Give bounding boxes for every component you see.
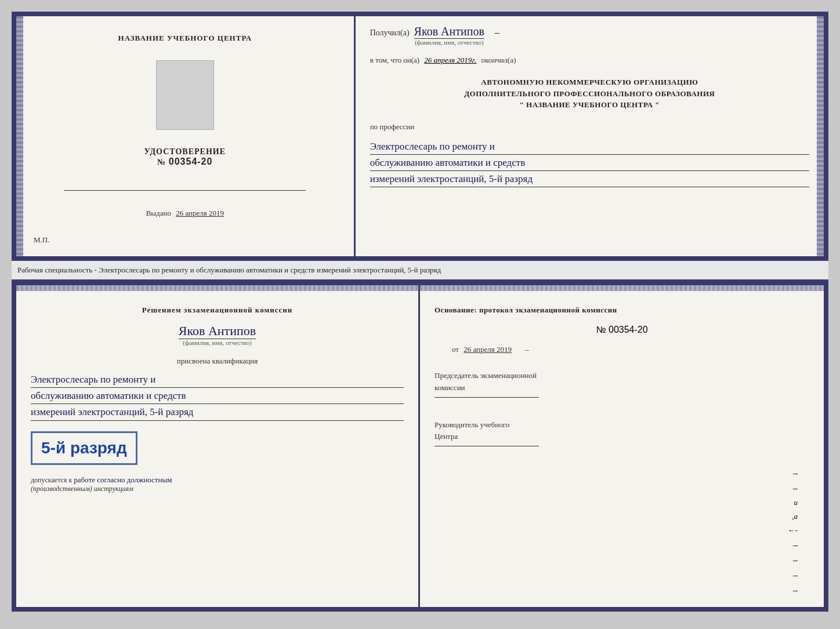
date-row: от 26 апреля 2019 – xyxy=(452,345,809,354)
received-row: Получил(а) Яков Антипов (фамилия, имя, о… xyxy=(370,25,809,46)
decision-line: Решением экзаменационной комиссии xyxy=(31,306,404,315)
issued-line: Выдано 26 апреля 2019 xyxy=(146,209,224,218)
bottom-document: Решением экзаменационной комиссии Яков А… xyxy=(12,281,828,612)
org-block: АВТОНОМНУЮ НЕКОММЕРЧЕСКУЮ ОРГАНИЗАЦИЮ ДО… xyxy=(370,77,809,111)
qual-line2: обслуживанию автоматики и средств xyxy=(31,388,404,404)
chairman-block: Председатель экзаменационной комиссии xyxy=(435,370,809,401)
specialty-text-bar: Рабочая специальность - Электрослесарь п… xyxy=(12,261,828,281)
right-decoration-strip xyxy=(817,16,824,256)
bottom-right-panel: Основание: протокол экзаменационной коми… xyxy=(420,285,824,607)
org-line3: " НАЗВАНИЕ УЧЕБНОГО ЦЕНТРА " xyxy=(370,99,809,111)
profession-block: Электрослесарь по ремонту и обслуживанию… xyxy=(370,139,809,188)
cert-number-prefix: № xyxy=(157,158,166,166)
photo-placeholder xyxy=(156,60,214,130)
received-label: Получил(а) xyxy=(370,28,410,38)
chairman-label: Председатель экзаменационной xyxy=(435,370,809,382)
top-right-panel: Получил(а) Яков Антипов (фамилия, имя, о… xyxy=(356,16,824,256)
top-left-panel: НАЗВАНИЕ УЧЕБНОГО ЦЕНТРА УДОСТОВЕРЕНИЕ №… xyxy=(16,16,356,256)
recipient-name: Яков Антипов xyxy=(414,25,484,39)
profession-line1: Электрослесарь по ремонту и xyxy=(370,139,809,155)
chairman-label2: комиссии xyxy=(435,382,809,394)
basis-label: Основание: протокол экзаменационной коми… xyxy=(435,306,809,315)
protocol-number: 00354-20 xyxy=(609,325,648,335)
protocol-number-row: № 00354-20 xyxy=(435,325,809,335)
profession-line3: измерений электростанций, 5-й разряд xyxy=(370,171,809,187)
left-decoration-strip xyxy=(16,16,23,256)
admission-text: работе согласно должностным xyxy=(74,475,172,484)
top-decoration-strip-right xyxy=(420,285,824,291)
date-prefix: от xyxy=(452,345,459,354)
admission-block: допускается к работе согласно должностны… xyxy=(31,475,404,493)
chairman-signature-line xyxy=(435,397,539,398)
grade-box: 5-й разряд xyxy=(31,431,137,465)
in-that-date: 26 апреля 2019г. xyxy=(424,56,476,65)
specialty-description: Рабочая специальность - Электрослесарь п… xyxy=(17,266,441,274)
school-name-header: НАЗВАНИЕ УЧЕБНОГО ЦЕНТРА xyxy=(118,34,252,43)
head-label2: Центра xyxy=(435,431,809,443)
qual-line1: Электрослесарь по ремонту и xyxy=(31,372,404,388)
bottom-fio-label: (фамилия, имя, отчество) xyxy=(183,339,252,346)
cert-number-line: № 00354-20 xyxy=(144,157,226,167)
cert-title: УДОСТОВЕРЕНИЕ xyxy=(144,147,226,157)
profession-line2: обслуживанию автоматики и средств xyxy=(370,155,809,171)
qual-line3: измерений электростанций, 5-й разряд xyxy=(31,404,404,420)
admission-text2: (производственным) инструкциям xyxy=(31,485,404,493)
org-line1: АВТОНОМНУЮ НЕКОММЕРЧЕСКУЮ ОРГАНИЗАЦИЮ xyxy=(370,77,809,88)
mp-label: М.П. xyxy=(34,235,49,245)
admission-prefix: допускается к xyxy=(31,476,72,484)
protocol-date: 26 апреля 2019 xyxy=(464,345,512,354)
grade-text: 5-й разряд xyxy=(41,439,127,457)
assigned-label: присвоена квалификация xyxy=(31,357,404,366)
issued-label: Выдано xyxy=(146,209,171,217)
head-label: Руководитель учебного xyxy=(435,419,809,431)
bottom-left-panel: Решением экзаменационной комиссии Яков А… xyxy=(16,285,420,607)
head-signature-line xyxy=(435,446,539,446)
finished-label: окончил(а) xyxy=(481,56,516,65)
top-document: НАЗВАНИЕ УЧЕБНОГО ЦЕНТРА УДОСТОВЕРЕНИЕ №… xyxy=(12,12,828,261)
top-decoration-strip-left xyxy=(16,285,418,291)
bottom-name: Яков Антипов xyxy=(179,323,256,339)
in-that-prefix: в том, что он(а) xyxy=(370,56,420,65)
number-prefix: № xyxy=(596,325,606,335)
fio-label-top: (фамилия, имя, отчество) xyxy=(415,39,484,46)
org-line2: ДОПОЛНИТЕЛЬНОГО ПРОФЕССИОНАЛЬНОГО ОБРАЗО… xyxy=(370,88,809,100)
issued-date: 26 апреля 2019 xyxy=(176,209,224,217)
qualification-block: Электрослесарь по ремонту и обслуживанию… xyxy=(31,372,404,421)
head-block: Руководитель учебного Центра xyxy=(435,419,809,450)
cert-number: 00354-20 xyxy=(169,157,213,166)
in-that-row: в том, что он(а) 26 апреля 2019г. окончи… xyxy=(370,56,809,65)
page-wrapper: НАЗВАНИЕ УЧЕБНОГО ЦЕНТРА УДОСТОВЕРЕНИЕ №… xyxy=(12,12,828,612)
profession-label: по профессии xyxy=(370,122,809,132)
